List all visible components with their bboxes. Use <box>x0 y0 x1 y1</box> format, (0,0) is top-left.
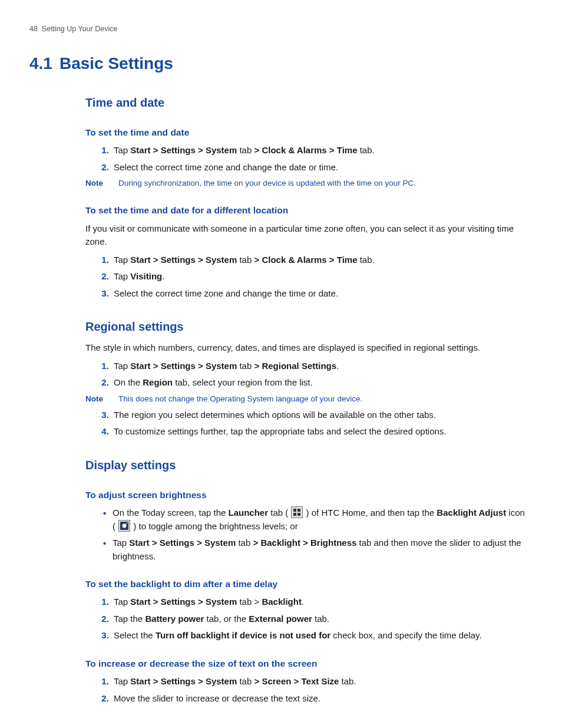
list-item: To customize settings further, tap the a… <box>111 425 533 439</box>
list-item: The region you select determines which o… <box>111 409 533 422</box>
list-item: Select the Turn off backlight if device … <box>111 629 533 643</box>
heading-diff-location: To set the time and date for a different… <box>85 203 533 217</box>
section-name: Setting Up Your Device <box>42 25 118 33</box>
list-item: On the Region tab, select your region fr… <box>111 376 533 390</box>
heading-dim: To set the backlight to dim after a time… <box>85 577 533 591</box>
list-item: Tap Start > Settings > System tab > Back… <box>103 536 533 563</box>
section-regional: Regional settings <box>85 318 533 335</box>
launcher-tab-icon <box>291 506 303 518</box>
page-number: 48 <box>29 25 38 33</box>
steps-dim: Tap Start > Settings > System tab > Back… <box>85 595 533 643</box>
list-item: On the Today screen, tap the Launcher ta… <box>103 506 533 533</box>
note-label: Note <box>85 393 118 405</box>
chapter-number: 4.1 <box>29 54 52 73</box>
svg-rect-3 <box>297 513 300 516</box>
svg-rect-0 <box>293 509 296 512</box>
note-text: During synchronization, the time on your… <box>118 177 416 189</box>
paragraph: If you visit or communicate with someone… <box>85 222 533 249</box>
steps-diff-location: Tap Start > Settings > System tab > Cloc… <box>85 253 533 301</box>
list-item: Move the slider to increase or decrease … <box>111 692 533 706</box>
section-display: Display settings <box>85 456 533 474</box>
list-item: Tap Start > Settings > System tab > Scre… <box>111 675 533 689</box>
list-item: Tap Start > Settings > System tab > Regi… <box>111 360 533 373</box>
list-item: Tap Start > Settings > System tab > Cloc… <box>111 253 533 267</box>
paragraph: The style in which numbers, currency, da… <box>85 341 533 355</box>
heading-brightness: To adjust screen brightness <box>85 488 533 502</box>
note-text: This does not change the Operating Syste… <box>118 393 362 405</box>
note-label: Note <box>85 177 118 189</box>
list-item: Tap Start > Settings > System tab > Back… <box>111 595 533 609</box>
steps-regional-cont: The region you select determines which o… <box>85 409 533 439</box>
section-time-and-date: Time and date <box>85 94 533 111</box>
svg-rect-1 <box>297 509 300 512</box>
list-item: Select the correct time zone and change … <box>111 161 533 174</box>
steps-set-time: Tap Start > Settings > System tab > Cloc… <box>85 144 533 174</box>
list-item: Tap the Battery power tab, or the Extern… <box>111 612 533 626</box>
list-item: Tap Start > Settings > System tab > Cloc… <box>111 144 533 157</box>
svg-rect-2 <box>293 513 296 516</box>
steps-textsize: Tap Start > Settings > System tab > Scre… <box>85 675 533 705</box>
note-row: Note This does not change the Operating … <box>85 393 533 405</box>
list-item: Select the correct time zone and change … <box>111 287 533 301</box>
chapter-name: Basic Settings <box>59 54 173 73</box>
heading-set-time: To set the time and date <box>85 126 533 139</box>
backlight-adjust-icon <box>118 520 130 532</box>
chapter-title: 4.1Basic Settings <box>29 51 533 76</box>
note-row: Note During synchronization, the time on… <box>85 177 533 189</box>
steps-regional: Tap Start > Settings > System tab > Regi… <box>85 360 533 390</box>
list-item: Tap Visiting. <box>111 270 533 284</box>
running-header: 48 Setting Up Your Device <box>29 24 533 35</box>
bullets-brightness: On the Today screen, tap the Launcher ta… <box>85 506 533 563</box>
heading-textsize: To increase or decrease the size of text… <box>85 657 533 670</box>
